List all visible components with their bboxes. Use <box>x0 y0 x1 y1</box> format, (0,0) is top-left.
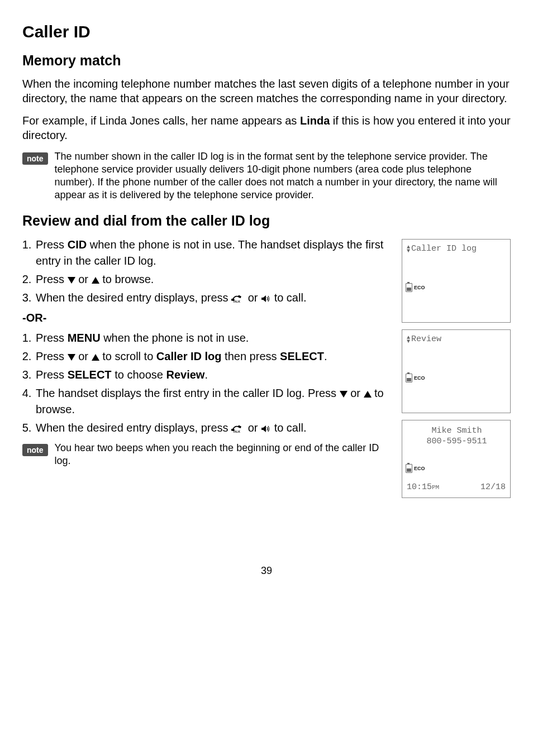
note-memory-match: note The number shown in the caller ID l… <box>22 150 511 202</box>
caller-number: 800-595-9511 <box>407 437 507 446</box>
section-heading-memory-match: Memory match <box>22 52 511 69</box>
eco-label: ECO <box>414 466 425 471</box>
talk-icon: TALK <box>231 294 245 304</box>
battery-icon <box>406 464 412 473</box>
battery-icon <box>406 283 412 292</box>
or-separator: -OR- <box>22 312 391 324</box>
step-a-3: When the desired entry displays, press T… <box>35 290 391 306</box>
down-icon <box>340 391 348 398</box>
eco-label: ECO <box>414 375 425 381</box>
talk-icon: TALK <box>231 424 245 434</box>
step-b-2: Press or to scroll to Caller ID log then… <box>35 348 391 365</box>
svg-text:TALK: TALK <box>233 430 240 433</box>
screen-title: Review <box>411 334 441 344</box>
step-a-1: Press CID when the phone is not in use. … <box>35 237 391 269</box>
scroll-arrows-icon: ▲▼ <box>407 245 410 253</box>
step-b-4: The handset displays the first entry in … <box>35 385 391 418</box>
note-badge: note <box>22 152 48 165</box>
call-date: 12/18 <box>480 482 506 492</box>
step-b-5: When the desired entry displays, press T… <box>35 420 391 436</box>
eco-label: ECO <box>414 285 425 290</box>
lcd-screen-review: ▲▼ Review ECO <box>402 329 511 413</box>
screen-title: Caller ID log <box>411 244 477 253</box>
svg-text:TALK: TALK <box>233 300 240 303</box>
lcd-screen-entry-detail: Mike Smith 800-595-9511 ECO 10:15PM 12/1… <box>402 420 511 498</box>
memory-match-para2: For example, if Linda Jones calls, her n… <box>22 113 511 142</box>
steps-list-b: Press MENU when the phone is not in use.… <box>22 330 391 436</box>
svg-rect-4 <box>238 425 242 428</box>
battery-icon <box>406 374 412 382</box>
lcd-screen-caller-id-log: ▲▼ Caller ID log ECO <box>402 239 511 323</box>
down-icon <box>68 354 75 361</box>
up-icon <box>364 391 372 398</box>
step-a-2: Press or to browse. <box>35 271 391 288</box>
steps-list-a: Press CID when the phone is not in use. … <box>22 237 391 306</box>
caller-name: Mike Smith <box>407 426 507 436</box>
scroll-arrows-icon: ▲▼ <box>407 336 410 343</box>
svg-rect-1 <box>238 295 242 298</box>
up-icon <box>92 354 99 361</box>
note-text: The number shown in the caller ID log is… <box>55 150 511 202</box>
up-icon <box>92 277 99 284</box>
section-heading-review-dial: Review and dial from the caller ID log <box>22 213 511 229</box>
step-b-3: Press SELECT to choose Review. <box>35 367 391 383</box>
down-icon <box>68 277 75 284</box>
note-text: You hear two beeps when you reach the be… <box>55 442 391 467</box>
step-b-1: Press MENU when the phone is not in use. <box>35 330 391 346</box>
page-title: Caller ID <box>22 22 511 41</box>
speaker-icon <box>261 295 271 303</box>
memory-match-para1: When the incoming telephone number match… <box>22 76 511 106</box>
note-review-dial: note You hear two beeps when you reach t… <box>22 442 391 467</box>
page-number: 39 <box>22 565 511 577</box>
note-badge: note <box>22 444 48 456</box>
call-time: 10:15PM <box>407 482 439 492</box>
speaker-icon <box>261 425 271 433</box>
